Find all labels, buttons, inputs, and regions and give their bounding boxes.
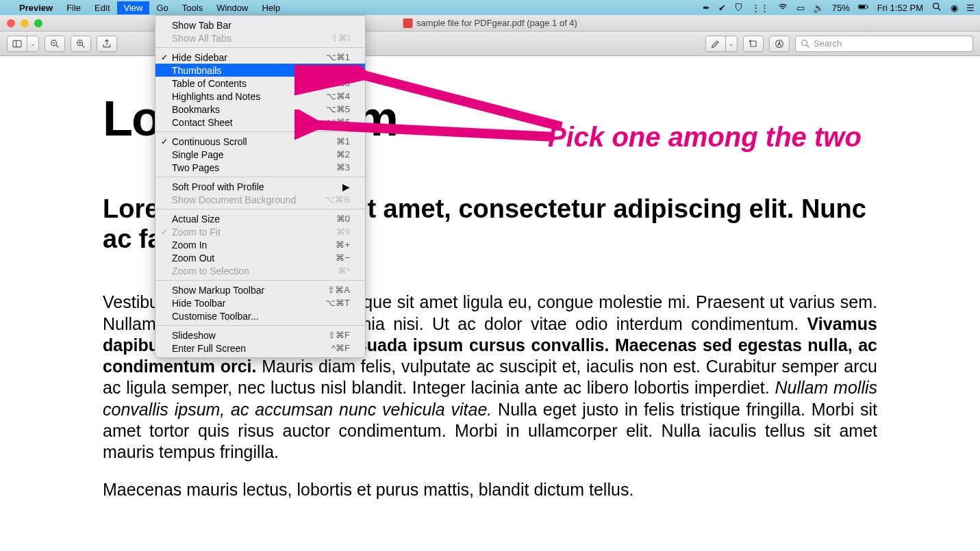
volume-icon[interactable]: 🔊 (813, 3, 824, 13)
menu-shortcut: ⌘− (336, 253, 350, 263)
menu-go[interactable]: Go (149, 1, 175, 14)
svg-point-10 (802, 40, 807, 45)
menu-shortcut: ⇧⌘\ (331, 33, 350, 43)
menu-item-label: Soft Proof with Profile (172, 181, 264, 192)
svg-rect-1 (859, 5, 865, 8)
menu-item-label: Table of Contents (172, 78, 247, 89)
menu-item-soft-proof-with-profile[interactable]: Soft Proof with Profile▶ (155, 180, 365, 193)
fullscreen-button[interactable] (34, 19, 42, 27)
menu-item-zoom-out[interactable]: Zoom Out⌘− (155, 251, 365, 264)
menu-item-label: Zoom to Selection (172, 266, 249, 277)
minimize-button[interactable] (21, 19, 29, 27)
menu-item-enter-full-screen[interactable]: Enter Full Screen^⌘F (155, 342, 365, 355)
menu-shortcut: ⌘+ (336, 240, 350, 250)
menu-item-label: Zoom In (172, 240, 207, 251)
markup-button[interactable] (769, 36, 790, 52)
menu-item-label: Actual Size (172, 214, 220, 225)
display-icon[interactable]: ▭ (796, 3, 805, 13)
menu-shortcut: ⌘* (338, 266, 350, 276)
search-icon (800, 38, 811, 49)
sidebar-menu-button[interactable]: ⌄ (27, 36, 39, 52)
menu-shortcut: ⇧⌘A (327, 285, 350, 295)
menu-item-zoom-to-selection: Zoom to Selection⌘* (155, 264, 365, 277)
menu-item-hide-sidebar[interactable]: ✓Hide Sidebar⌥⌘1 (155, 51, 365, 64)
menu-item-show-markup-toolbar[interactable]: Show Markup Toolbar⇧⌘A (155, 283, 365, 296)
menu-item-show-document-background: Show Document Background⌥⌘B (155, 193, 365, 206)
submenu-arrow-icon: ▶ (342, 181, 350, 192)
menu-separator (155, 325, 365, 326)
menu-shortcut: ⇧⌘F (328, 330, 350, 340)
menu-item-label: Show Document Background (172, 194, 296, 205)
menu-view[interactable]: View (117, 1, 150, 14)
menu-item-customise-toolbar[interactable]: Customise Toolbar... (155, 309, 365, 322)
annotation-arrow-contact-sheet (294, 110, 568, 151)
menu-shortcut: ⌘3 (336, 162, 350, 172)
menu-item-label: Slideshow (172, 330, 216, 341)
menu-item-two-pages[interactable]: Two Pages⌘3 (155, 161, 365, 174)
siri-icon[interactable]: ◉ (951, 3, 958, 13)
clock[interactable]: Fri 1:52 PM (877, 3, 923, 13)
menu-item-label: Enter Full Screen (172, 343, 246, 354)
menu-item-show-tab-bar[interactable]: Show Tab Bar (155, 18, 365, 31)
menu-item-label: Zoom to Fit (172, 227, 221, 238)
menu-item-actual-size[interactable]: Actual Size⌘0 (155, 212, 365, 225)
menu-item-label: Single Page (172, 149, 224, 160)
svg-point-3 (933, 3, 939, 8)
menu-separator (155, 280, 365, 281)
menu-item-label: Contact Sheet (172, 117, 233, 128)
menu-item-zoom-to-fit: ✓Zoom to Fit⌘9 (155, 225, 365, 238)
menu-window[interactable]: Window (210, 1, 255, 14)
menu-separator (155, 177, 365, 177)
rotate-button[interactable] (743, 36, 764, 52)
menu-item-zoom-in[interactable]: Zoom In⌘+ (155, 238, 365, 251)
close-button[interactable] (7, 19, 15, 27)
menu-shortcut: ⌘9 (336, 227, 350, 237)
menu-item-show-all-tabs: Show All Tabs⇧⌘\ (155, 31, 365, 44)
pdf-icon (403, 18, 412, 28)
svg-rect-4 (13, 40, 21, 47)
svg-rect-8 (751, 41, 756, 47)
sidebar-toggle-button[interactable] (7, 36, 27, 52)
menu-item-label: Bookmarks (172, 104, 220, 115)
menu-file[interactable]: File (60, 1, 88, 14)
bluetooth-icon[interactable]: ⋮⋮ (751, 3, 769, 13)
menu-separator (155, 209, 365, 209)
check-icon: ✓ (161, 227, 168, 237)
menu-help[interactable]: Help (255, 1, 287, 14)
zoom-in-button[interactable] (71, 36, 91, 52)
menubar-right: ✒ ✔ ⛉ ⋮⋮ ▭ 🔊 75% Fri 1:52 PM ◉ ☰ (703, 1, 975, 14)
zoom-out-button[interactable] (45, 36, 65, 52)
app-name[interactable]: Preview (12, 1, 60, 14)
menu-item-label: Hide Toolbar (172, 298, 225, 309)
menu-shortcut: ⌥⌘1 (326, 52, 350, 62)
menu-item-hide-toolbar[interactable]: Hide Toolbar⌥⌘T (155, 296, 365, 309)
battery-icon[interactable] (858, 1, 869, 14)
check-circle-icon[interactable]: ✔ (718, 3, 726, 13)
menu-tools[interactable]: Tools (175, 1, 210, 14)
shield-icon[interactable]: ⛉ (734, 3, 743, 13)
document-paragraph-2: Maecenas mauris lectus, lobortis et puru… (103, 480, 877, 500)
menu-item-slideshow[interactable]: Slideshow⇧⌘F (155, 329, 365, 342)
annotation-text: Pick one among the two (548, 122, 862, 153)
quill-icon[interactable]: ✒ (703, 3, 710, 13)
highlight-button[interactable] (705, 36, 726, 52)
menu-item-label: Two Pages (172, 162, 219, 173)
check-icon: ✓ (161, 53, 168, 62)
menu-edit[interactable]: Edit (88, 1, 116, 14)
window-titlebar: sample file for PDFgear.pdf (page 1 of 4… (0, 15, 980, 31)
window-title: sample file for PDFgear.pdf (page 1 of 4… (403, 18, 577, 28)
search-input[interactable]: Search (795, 36, 973, 52)
menu-item-label: Highlights and Notes (172, 91, 260, 102)
menu-shortcut: ⌥⌘B (325, 194, 350, 205)
menu-shortcut: ⌥⌘T (325, 298, 350, 308)
menubar-left: Preview File Edit View Go Tools Window H… (5, 1, 287, 14)
notification-center-icon[interactable]: ☰ (966, 3, 975, 13)
toolbar-left: ⌄ (7, 36, 117, 52)
menu-item-label: Hide Sidebar (172, 52, 227, 63)
menu-item-label: Customise Toolbar... (172, 311, 259, 322)
highlight-menu-button[interactable]: ⌄ (725, 36, 738, 52)
wifi-icon[interactable] (777, 1, 788, 14)
menu-separator (155, 47, 365, 48)
spotlight-icon[interactable] (931, 1, 942, 14)
share-button[interactable] (97, 36, 117, 52)
